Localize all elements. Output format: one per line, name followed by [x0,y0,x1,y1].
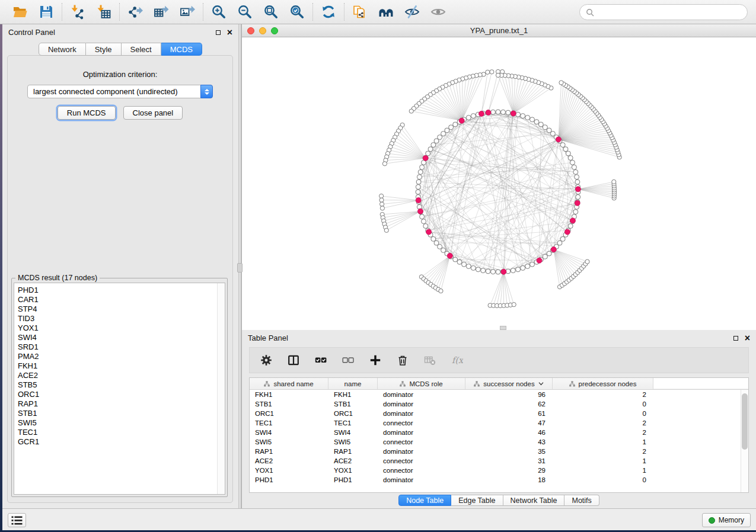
export-image-button[interactable] [178,2,196,21]
table-row[interactable]: FKH1FKH1dominator962 [250,390,748,399]
cell: 96 [465,391,553,398]
horizontal-splitter-handle[interactable] [500,326,506,330]
search-input[interactable] [598,7,741,17]
cell: 46 [465,429,553,436]
export-network-button[interactable] [126,2,144,21]
table-row[interactable]: SWI5SWI5connector431 [250,437,748,447]
mcds-list-scrollbar[interactable] [217,283,225,494]
node-table: shared namenameMCDS rolesuccessor nodesp… [249,377,749,493]
cell: SWI4 [328,429,378,436]
show-all-button[interactable] [429,2,447,21]
first-neighbors-button[interactable] [377,2,395,21]
column-header-name[interactable]: name [328,378,378,389]
table-scrollbar[interactable] [741,390,748,492]
table-row[interactable]: SWI4SWI4dominator462 [250,428,748,437]
cell: 29 [465,467,553,474]
mcds-result-item[interactable]: STB1 [14,409,225,418]
network-canvas[interactable] [242,37,756,330]
mcds-result-item[interactable]: TEC1 [14,428,225,437]
table-toolbar: f(x) [249,347,749,373]
window-close-button[interactable] [247,27,254,34]
import-table-button[interactable] [95,2,113,21]
column-header-shared-name[interactable]: shared name [250,378,328,389]
mcds-result-item[interactable]: YOX1 [14,323,225,333]
mcds-result-item[interactable]: ORC1 [14,390,225,399]
close-panel-icon[interactable]: × [227,30,232,36]
mcds-result-item[interactable]: STB5 [14,380,225,390]
gear-button[interactable] [260,354,273,367]
header-filler [653,378,748,389]
tab-network[interactable]: Network [39,43,86,56]
float-panel-icon[interactable] [216,30,221,35]
delete-column-button[interactable] [396,354,409,367]
unselect-all-button[interactable] [342,354,355,367]
table-row[interactable]: YOX1YOX1connector291 [250,466,748,475]
tab-edge-table[interactable]: Edge Table [451,495,503,506]
save-session-button[interactable] [37,2,55,21]
column-header-mcds-role[interactable]: MCDS role [378,378,465,389]
run-mcds-button[interactable]: Run MCDS [58,106,116,120]
criterion-dropdown[interactable]: largest connected component (undirected) [27,85,213,98]
table-row[interactable]: RAP1RAP1dominator352 [250,447,748,456]
hide-selected-button[interactable] [403,2,421,21]
float-table-panel-icon[interactable] [733,336,738,341]
table-row[interactable]: PHD1PHD1dominator180 [250,475,748,485]
mcds-result-item[interactable]: CAR1 [14,295,225,305]
select-all-icon [315,354,327,366]
node-table-header: shared namenameMCDS rolesuccessor nodesp… [250,378,748,390]
table-row[interactable]: STB1STB1dominator620 [250,399,748,409]
tab-network-table[interactable]: Network Table [503,495,565,506]
export-table-button[interactable] [152,2,170,21]
clone-network-button[interactable] [351,2,369,21]
cell: ACE2 [250,457,328,464]
zoom-out-button[interactable] [236,2,254,21]
zoom-in-button[interactable] [210,2,228,21]
cell: 2 [553,429,653,436]
mcds-result-group: MCDS result (17 nodes) PHD1CAR1STP4TID3Y… [11,278,228,497]
mcds-result-item[interactable]: RAP1 [14,399,225,409]
search-box[interactable] [579,4,748,20]
mcds-result-item[interactable]: FKH1 [14,361,225,371]
mcds-result-item[interactable]: ACE2 [14,371,225,380]
mcds-result-item[interactable]: SWI5 [14,418,225,428]
table-scrollbar-thumb[interactable] [742,393,748,450]
network-graph[interactable] [242,37,756,330]
task-history-button[interactable] [8,513,26,527]
zoom-fit-button[interactable] [262,2,280,21]
mcds-result-item[interactable]: TID3 [14,314,225,323]
column-header-successor-nodes[interactable]: successor nodes [465,378,553,389]
table-row[interactable]: ORC1ORC1dominator610 [250,409,748,418]
open-file-button[interactable] [11,2,29,21]
tab-mcds[interactable]: MCDS [161,43,202,56]
table-row[interactable]: TEC1TEC1connector472 [250,418,748,428]
column-header-predecessor-nodes[interactable]: predecessor nodes [553,378,653,389]
select-all-button[interactable] [314,354,327,367]
import-network-button[interactable] [69,2,87,21]
zoom-selected-icon [289,4,305,20]
cell: ACE2 [328,457,378,464]
cell: 2 [553,448,653,455]
tab-node-table[interactable]: Node Table [398,495,451,506]
tab-motifs[interactable]: Motifs [564,495,599,506]
vertical-splitter-handle[interactable] [237,263,243,273]
mcds-result-item[interactable]: STP4 [14,305,225,314]
close-table-panel-icon[interactable]: × [745,335,750,341]
cell: dominator [378,400,465,408]
memory-button[interactable]: Memory [702,513,751,527]
refresh-view-button[interactable] [320,2,337,21]
add-column-button[interactable] [369,354,382,367]
close-panel-button[interactable]: Close panel [123,106,183,120]
mcds-result-item[interactable]: SWI4 [14,333,225,342]
window-zoom-button[interactable] [271,27,278,34]
zoom-selected-button[interactable] [288,2,306,21]
mcds-result-item[interactable]: GCR1 [14,437,225,447]
window-minimize-button[interactable] [259,27,266,34]
cell: dominator [378,391,465,398]
mcds-result-item[interactable]: PMA2 [14,352,225,361]
tab-style[interactable]: Style [86,43,122,56]
mcds-result-item[interactable]: SRD1 [14,342,225,352]
mcds-result-item[interactable]: PHD1 [14,286,225,295]
tab-select[interactable]: Select [122,43,161,56]
columns-button[interactable] [287,354,300,367]
table-row[interactable]: ACE2ACE2connector311 [250,456,748,466]
